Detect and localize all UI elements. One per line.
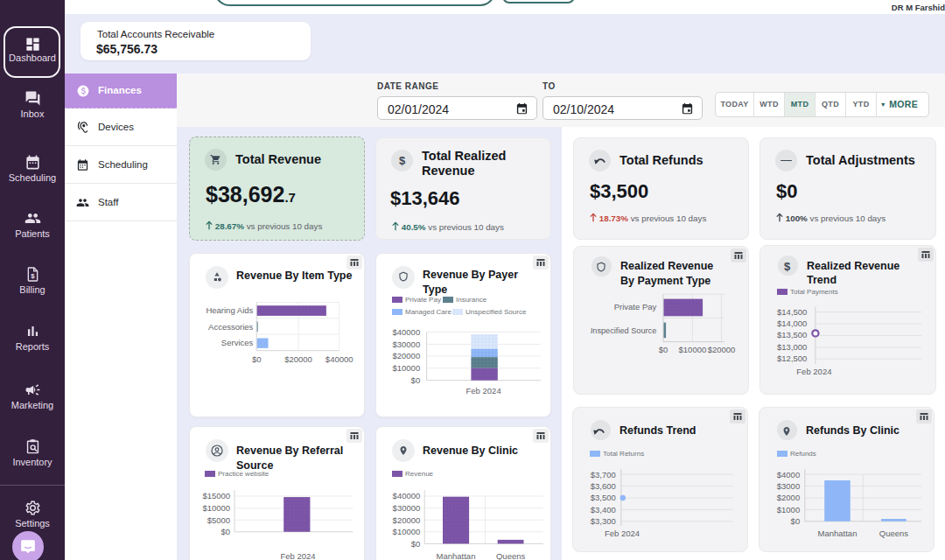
svg-text:$1000: $1000 (777, 505, 800, 514)
svg-text:Feb 2024: Feb 2024 (466, 386, 501, 396)
svg-text:$0: $0 (252, 354, 262, 364)
svg-text:$20000: $20000 (392, 351, 420, 360)
svg-text:Private Pay: Private Pay (614, 302, 657, 312)
svg-text:$20000: $20000 (393, 515, 421, 525)
svg-text:$40000: $40000 (326, 354, 354, 364)
svg-text:Feb 2024: Feb 2024 (280, 551, 315, 560)
svg-text:$40000: $40000 (393, 491, 421, 500)
svg-text:$13,500: $13,500 (777, 330, 807, 340)
svg-text:Manhattan: Manhattan (437, 551, 476, 560)
svg-text:Feb 2024: Feb 2024 (796, 367, 831, 376)
svg-text:Queens: Queens (496, 551, 526, 560)
svg-text:$0: $0 (659, 345, 668, 354)
svg-text:Hearing Aids: Hearing Aids (206, 305, 253, 315)
svg-text:$15000: $15000 (202, 491, 230, 500)
svg-text:$4000: $4000 (777, 470, 800, 480)
svg-text:$0: $0 (791, 516, 801, 526)
svg-text:$0: $0 (411, 375, 421, 385)
svg-text:$14,500: $14,500 (777, 307, 807, 317)
svg-text:$20000: $20000 (708, 345, 736, 354)
svg-text:Services: Services (221, 338, 254, 347)
svg-text:Manhattan: Manhattan (818, 528, 858, 538)
svg-text:$3,700: $3,700 (591, 470, 616, 480)
svg-text:$10000: $10000 (679, 345, 707, 354)
svg-text:$40000: $40000 (392, 327, 420, 337)
svg-text:$3,600: $3,600 (591, 481, 616, 491)
svg-text:$0: $0 (411, 539, 421, 549)
svg-text:$30000: $30000 (392, 340, 420, 349)
svg-text:$12,500: $12,500 (777, 354, 807, 363)
svg-text:$0: $0 (221, 527, 231, 536)
svg-text:Feb 2024: Feb 2024 (605, 528, 640, 538)
svg-text:$5000: $5000 (207, 515, 230, 525)
svg-text:$20000: $20000 (284, 354, 312, 364)
svg-text:$30000: $30000 (393, 503, 421, 513)
svg-text:$3000: $3000 (777, 481, 800, 491)
svg-text:Unspecified Source: Unspecified Source (591, 326, 656, 335)
svg-text:$10000: $10000 (202, 503, 230, 513)
svg-text:$3,400: $3,400 (591, 505, 616, 514)
svg-text:$: $ (31, 272, 35, 280)
svg-text:$10000: $10000 (392, 363, 420, 373)
svg-text:$3,500: $3,500 (591, 493, 616, 502)
svg-text:$2000: $2000 (777, 493, 800, 502)
svg-text:Queens: Queens (879, 528, 909, 538)
svg-text:$3,300: $3,300 (591, 516, 616, 526)
svg-text:$13,000: $13,000 (777, 342, 807, 352)
svg-text:$10000: $10000 (393, 527, 421, 536)
svg-text:Accessories: Accessories (208, 322, 253, 332)
svg-text:$14,000: $14,000 (777, 318, 807, 328)
